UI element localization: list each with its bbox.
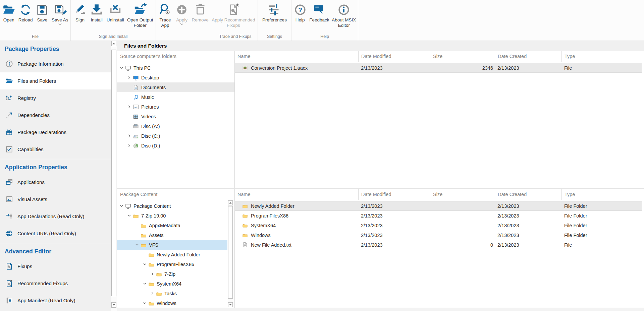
tree-item-desktop[interactable]: Desktop [117, 73, 234, 82]
svg-text:?: ? [298, 6, 302, 13]
list-row-conversion-project-1-aacx[interactable]: Conversion Project 1.aacx2/13/202323462/… [235, 63, 644, 73]
source-list-scrollbar-gutter[interactable] [642, 62, 644, 188]
tree-item-assets[interactable]: Assets [117, 230, 227, 240]
sign-button[interactable]: Sign [73, 3, 88, 23]
tree-item-disc-c[interactable]: Disc (C:) [117, 131, 234, 141]
sidebar-section-header-application-properties: Application Properties [5, 164, 111, 171]
cell-date-modified: 2/13/2023 [358, 65, 430, 71]
tree-item-label: Documents [141, 85, 166, 90]
remove-button[interactable]: Remove [191, 3, 209, 23]
sidebar-item-label: Capabilities [17, 146, 44, 152]
trace-app-button[interactable]: Trace App [158, 3, 173, 28]
tree-item-documents[interactable]: Documents [117, 82, 234, 92]
column-header-type[interactable]: Type [561, 189, 644, 200]
folder-icon [141, 223, 147, 229]
sidebar-item-content-uris-read-only[interactable]: Content URIs (Read Only) [0, 225, 111, 242]
registry-icon [5, 94, 13, 102]
column-header-size[interactable]: Size [430, 189, 495, 200]
feedback-button[interactable]: Feedback [309, 3, 330, 23]
sidebar-item-files-and-folders[interactable]: Files and Folders [0, 72, 111, 89]
feedback-icon [313, 3, 326, 16]
tree-item-7-zip[interactable]: 7-Zip [117, 269, 227, 279]
install-button[interactable]: Install [89, 3, 104, 23]
sidebar-item-app-declarations-read-only[interactable]: App Declarations (Read Only) [0, 208, 111, 225]
tree-item-programfilesx86[interactable]: ProgramFilesX86 [117, 259, 227, 269]
tree-item-appxmetadata[interactable]: AppxMetadata [117, 221, 227, 230]
package-tree-scroll-down-button[interactable] [228, 302, 233, 307]
chevron-expanded-icon [119, 203, 124, 209]
folder-icon [133, 213, 139, 219]
sidebar-item-fixups[interactable]: Fixups [0, 258, 111, 275]
save-button[interactable]: Save [35, 3, 50, 23]
package-tree-scrollbar[interactable] [228, 200, 233, 307]
tree-item-this-pc[interactable]: This PC [117, 63, 234, 73]
cell-date-created: 2/13/2023 [495, 213, 561, 219]
apply-button[interactable]: Apply [174, 3, 189, 25]
chevron-collapsed-icon [126, 143, 132, 148]
horizontal-scrollbar-strip[interactable] [117, 308, 644, 311]
tree-item-pictures[interactable]: Pictures [117, 102, 234, 112]
source-computer-section: Source computer's folders This PCDesktop… [117, 51, 644, 188]
column-header-date-created[interactable]: Date Created [495, 189, 561, 200]
column-header-name[interactable]: Name [235, 189, 358, 200]
tree-item-package-content[interactable]: Package Content [117, 201, 227, 211]
column-header-date-modified[interactable]: Date Modified [358, 51, 430, 62]
sidebar-item-app-manifest-read-only[interactable]: App Manifest (Read Only) [0, 292, 111, 309]
tree-item-newly-added-folder[interactable]: Newly Added Folder [117, 250, 227, 259]
list-row-newly-added-folder[interactable]: Newly Added Folder2/13/20232/13/2023File… [235, 201, 644, 211]
package-list-scrollbar-gutter[interactable] [642, 200, 644, 308]
list-row-windows[interactable]: Windows2/13/20232/13/2023File Folder [235, 230, 644, 240]
open-output-folder-button[interactable]: Open Output Folder [126, 3, 154, 28]
tree-item-systemx64[interactable]: SystemX64 [117, 279, 227, 289]
column-header-name[interactable]: Name [235, 51, 358, 62]
sidebar-item-visual-assets[interactable]: Visual Assets [0, 191, 111, 208]
tree-item-videos[interactable]: Videos [117, 112, 234, 121]
sidebar-item-registry[interactable]: Registry [0, 89, 111, 107]
package-tree-scroll-up-button[interactable] [228, 200, 233, 205]
column-header-date-created[interactable]: Date Created [495, 51, 561, 62]
open-button[interactable]: Open [1, 3, 16, 23]
tree-item-disc-a[interactable]: Disc (A:) [117, 121, 234, 131]
save-as-button[interactable]: Save As [51, 3, 69, 25]
cell-type: File Folder [561, 213, 644, 219]
column-header-date-modified[interactable]: Date Modified [358, 189, 430, 200]
tree-item-label: Disc (D:) [141, 143, 160, 148]
tree-item-tasks[interactable]: Tasks [117, 289, 227, 298]
cell-type: File Folder [561, 203, 644, 209]
column-header-size[interactable]: Size [430, 51, 495, 62]
reload-button[interactable]: Reload [18, 3, 34, 23]
sidebar-item-package-information[interactable]: Package Information [0, 55, 111, 72]
sidebar-item-applications[interactable]: Applications [0, 174, 111, 191]
list-row-systemx64[interactable]: SystemX642/13/20232/13/2023File Folder [235, 221, 644, 230]
tree-item-windows[interactable]: Windows [117, 298, 227, 308]
applications-icon [5, 178, 13, 186]
apply-recommended-fixups-button-label: Apply Recommended Fixups [212, 17, 255, 28]
sidebar-item-dependencies[interactable]: Dependencies [0, 107, 111, 124]
sidebar-scrollbar[interactable] [111, 41, 117, 311]
uninstall-button[interactable]: Uninstall [106, 3, 125, 23]
preferences-button[interactable]: Preferences [262, 3, 287, 23]
chevron-spacer [126, 114, 132, 119]
tree-item-7-zip-19-00[interactable]: 7-Zip 19.00 [117, 211, 227, 221]
about-msix-editor-button[interactable]: About MSIX Editor [331, 3, 357, 28]
sidebar-scroll-up-button[interactable] [111, 41, 116, 46]
list-row-new-file-added-txt[interactable]: New File Added.txt2/13/202302/13/2023Fil… [235, 240, 644, 250]
sidebar-scrollbar-thumb[interactable] [111, 50, 116, 296]
package-tree-scrollbar-thumb[interactable] [228, 206, 233, 299]
tree-item-disc-d[interactable]: Disc (D:) [117, 141, 234, 150]
ribbon-group-trace-and-fixups: Trace AppApplyRemoveApply Recommended Fi… [156, 0, 258, 41]
cell-date-modified: 2/13/2023 [358, 203, 430, 209]
column-header-type[interactable]: Type [561, 51, 644, 62]
ribbon-group-caption: Trace and Fixups [156, 34, 258, 41]
help-button[interactable]: ?Help [293, 3, 308, 23]
tree-item-vfs[interactable]: VFS [117, 240, 227, 250]
sidebar-scroll-down-button[interactable] [111, 302, 116, 308]
sidebar-item-package-declarations[interactable]: Package Declarations [0, 124, 111, 141]
sidebar-item-recommended-fixups[interactable]: Recommended Fixups [0, 275, 111, 292]
apply-recommended-fixups-button[interactable]: Apply Recommended Fixups [211, 3, 256, 28]
tree-item-music[interactable]: Music [117, 92, 234, 102]
apply-icon [175, 3, 189, 16]
sidebar-item-capabilities[interactable]: Capabilities [0, 141, 111, 158]
tree-item-label: Assets [149, 233, 164, 238]
list-row-programfilesx86[interactable]: ProgramFilesX862/13/20232/13/2023File Fo… [235, 211, 644, 221]
